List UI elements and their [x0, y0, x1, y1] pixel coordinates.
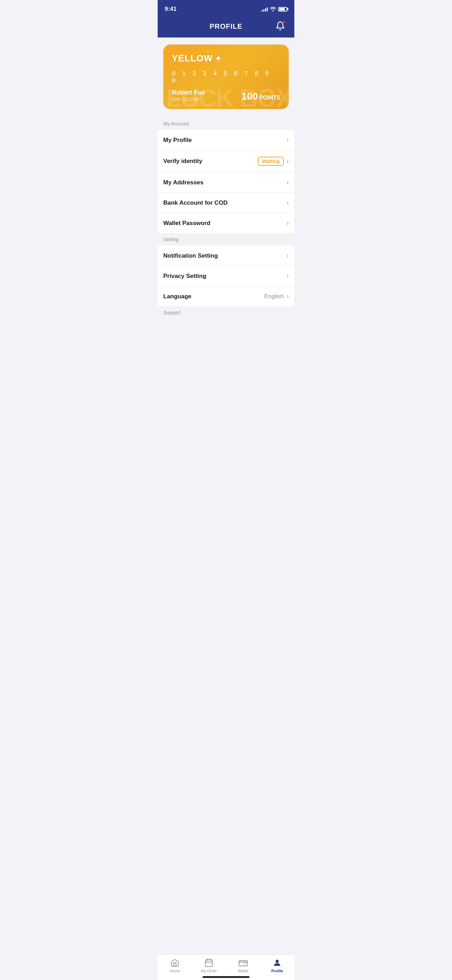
chevron-right-icon: ›: [286, 158, 289, 165]
language-label: Language: [163, 293, 191, 300]
my-addresses-item[interactable]: My Addresses ›: [158, 172, 294, 193]
language-right: English ›: [264, 293, 289, 300]
setting-section-header: Setting: [158, 233, 294, 246]
bank-account-cod-label: Bank Account for COD: [163, 199, 228, 207]
chevron-right-icon: ›: [286, 252, 289, 259]
my-addresses-label: My Addresses: [163, 179, 204, 186]
status-icons: [261, 6, 287, 12]
my-profile-item[interactable]: My Profile ›: [158, 130, 294, 150]
waiting-badge: Waiting: [258, 157, 284, 166]
verify-identity-right: Waiting ›: [258, 157, 289, 166]
notification-setting-item[interactable]: Notification Setting ›: [158, 246, 294, 266]
verify-identity-item[interactable]: Verify identity Waiting ›: [158, 150, 294, 172]
bank-account-cod-item[interactable]: Bank Account for COD ›: [158, 193, 294, 213]
my-account-menu: My Profile › Verify identity Waiting › M…: [158, 130, 294, 233]
my-profile-label: My Profile: [163, 137, 192, 144]
signal-icon: [261, 7, 268, 11]
card-number: 0 1 2 3 4 5 6 7 8 9 0: [172, 70, 280, 84]
notification-button[interactable]: [273, 20, 287, 34]
bell-icon: [275, 21, 285, 33]
privacy-setting-right: ›: [286, 272, 289, 280]
privacy-setting-item[interactable]: Privacy Setting ›: [158, 266, 294, 286]
card-watermark: LUCK BOX: [166, 84, 289, 109]
page-title: PROFILE: [210, 22, 242, 30]
language-value: English: [264, 293, 284, 300]
bank-account-cod-right: ›: [286, 199, 289, 207]
my-profile-right: ›: [286, 136, 289, 144]
my-account-section-header: My Account: [158, 118, 294, 130]
language-item[interactable]: Language English ›: [158, 286, 294, 306]
wallet-password-label: Wallet Password: [163, 220, 210, 227]
notification-dot: [282, 20, 286, 24]
wallet-password-item[interactable]: Wallet Password ›: [158, 213, 294, 233]
membership-card[interactable]: LUCK BOX YELLOW + 0 1 2 3 4 5 6 7 8 9 0 …: [163, 45, 289, 109]
wallet-password-right: ›: [286, 220, 289, 227]
chevron-right-icon: ›: [286, 199, 289, 207]
my-addresses-right: ›: [286, 179, 289, 186]
chevron-right-icon: ›: [286, 220, 289, 227]
chevron-right-icon: ›: [286, 293, 289, 300]
chevron-right-icon: ›: [286, 272, 289, 280]
notification-setting-right: ›: [286, 252, 289, 259]
status-time: 9:41: [165, 6, 177, 13]
privacy-setting-label: Privacy Setting: [163, 273, 206, 280]
notification-setting-label: Notification Setting: [163, 252, 218, 259]
wifi-icon: [270, 6, 276, 12]
chevron-right-icon: ›: [286, 136, 289, 144]
main-content: LUCK BOX YELLOW + 0 1 2 3 4 5 6 7 8 9 0 …: [158, 38, 294, 361]
battery-icon: [278, 7, 287, 11]
verify-identity-label: Verify identity: [163, 158, 202, 165]
status-bar: 9:41: [158, 0, 294, 17]
chevron-right-icon: ›: [286, 179, 289, 186]
page-header: PROFILE: [158, 17, 294, 38]
setting-menu: Notification Setting › Privacy Setting ›…: [158, 246, 294, 306]
card-tier: YELLOW +: [172, 53, 280, 64]
support-section-header: Support: [158, 306, 294, 319]
